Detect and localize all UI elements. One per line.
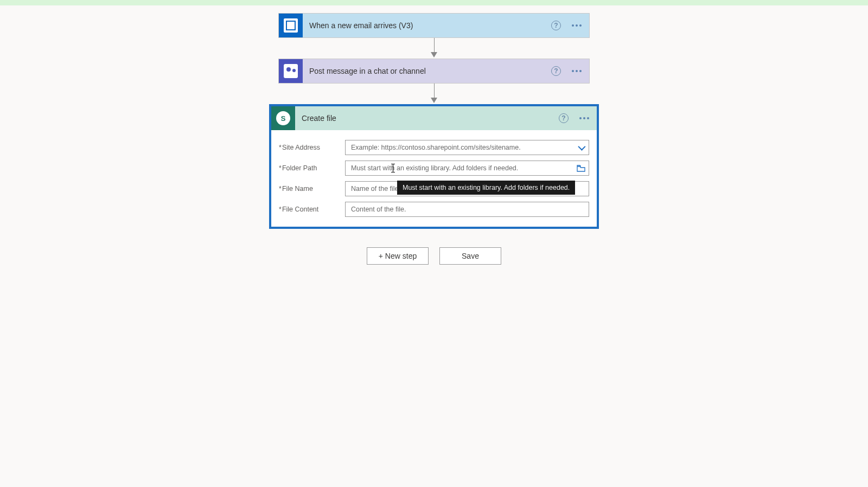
teams-icon bbox=[279, 59, 303, 83]
folder-path-input[interactable] bbox=[345, 161, 589, 176]
more-menu-button[interactable] bbox=[569, 21, 585, 30]
connector-arrow bbox=[278, 84, 590, 104]
row-file-content: *File Content bbox=[279, 202, 589, 217]
trigger-title-text: When a new email arrives (V3) bbox=[309, 21, 413, 30]
label-folder-path: *Folder Path bbox=[279, 164, 345, 172]
help-icon[interactable]: ? bbox=[551, 66, 561, 76]
footer-buttons: + New step Save bbox=[269, 247, 599, 265]
site-address-input[interactable] bbox=[345, 140, 589, 155]
connector-arrow bbox=[278, 38, 590, 59]
action-card-teams[interactable]: Post message in a chat or channel ? bbox=[278, 59, 590, 84]
notification-strip bbox=[0, 0, 868, 5]
action-card-sharepoint: Create file ? *Site Address *Folder Path bbox=[269, 104, 599, 229]
sharepoint-icon bbox=[271, 106, 295, 130]
more-menu-button[interactable] bbox=[569, 67, 585, 75]
action1-title: Post message in a chat or channel bbox=[303, 59, 589, 83]
new-step-button[interactable]: + New step bbox=[367, 247, 429, 265]
trigger-title: When a new email arrives (V3) bbox=[303, 14, 589, 37]
action2-form: *Site Address *Folder Path *File Name bbox=[271, 130, 597, 227]
trigger-card[interactable]: When a new email arrives (V3) ? bbox=[278, 13, 590, 38]
action2-header[interactable]: Create file ? bbox=[271, 106, 597, 130]
text-cursor bbox=[393, 164, 393, 172]
label-file-content: *File Content bbox=[279, 206, 345, 213]
help-icon[interactable]: ? bbox=[551, 21, 561, 30]
folder-path-tooltip: Must start with an existing library. Add… bbox=[397, 181, 575, 195]
label-site-address: *Site Address bbox=[279, 144, 345, 151]
save-button[interactable]: Save bbox=[439, 247, 501, 265]
row-folder-path: *Folder Path bbox=[279, 161, 589, 176]
help-icon[interactable]: ? bbox=[559, 113, 569, 123]
file-content-input[interactable] bbox=[345, 202, 589, 217]
action1-title-text: Post message in a chat or channel bbox=[309, 67, 426, 75]
flow-canvas: When a new email arrives (V3) ? Post mes… bbox=[0, 5, 868, 265]
row-site-address: *Site Address bbox=[279, 140, 589, 155]
action2-title: Create file bbox=[295, 114, 597, 123]
more-menu-button[interactable] bbox=[576, 114, 592, 123]
outlook-icon bbox=[279, 14, 303, 37]
row-file-name: *File Name Must start with an existing l… bbox=[279, 181, 589, 196]
dropdown-chevron-icon[interactable] bbox=[575, 142, 587, 153]
label-file-name: *File Name bbox=[279, 185, 345, 193]
folder-picker-icon[interactable] bbox=[575, 162, 587, 174]
